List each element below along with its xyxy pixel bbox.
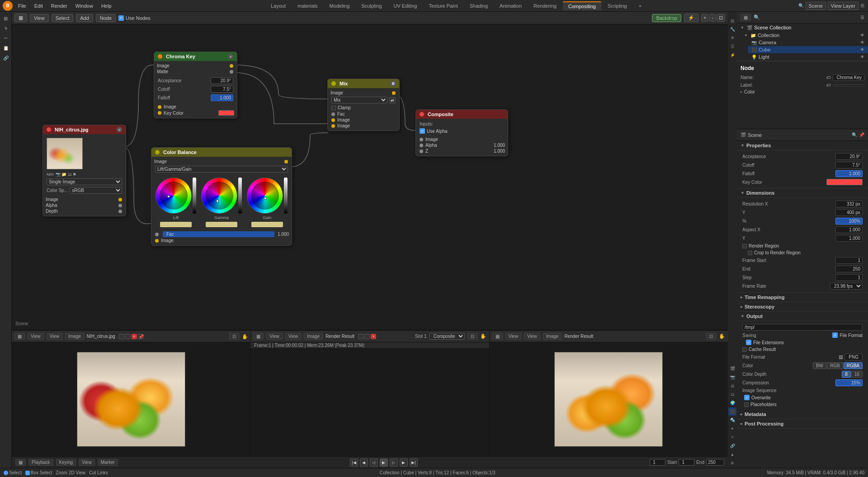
node-color-toggle[interactable]: ▸ Color: [741, 89, 755, 94]
collection-expand[interactable]: ▼: [744, 33, 748, 37]
output-path-input[interactable]: [742, 324, 863, 331]
dim-framerate-select[interactable]: 23.98 fps: [830, 283, 863, 290]
rv-view2[interactable]: View: [524, 333, 540, 340]
mix-image-out-socket[interactable]: [392, 91, 396, 95]
sidebar-icon-1[interactable]: ▦: [1, 14, 10, 23]
props-icon-object[interactable]: ⬛: [728, 407, 736, 416]
cb-image-out-socket[interactable]: [284, 160, 288, 164]
nih-header[interactable]: NIH_citrus.jpg ×: [43, 125, 126, 134]
rv-hand-icon[interactable]: ✋: [719, 333, 725, 339]
lift-value-bar[interactable]: [160, 222, 192, 227]
nih-close[interactable]: ×: [117, 127, 122, 132]
props-icon-item[interactable]: ▤: [728, 17, 736, 25]
rv-view[interactable]: View: [505, 333, 522, 340]
props-icon-tool[interactable]: 🔧: [728, 25, 736, 33]
cb-correction-select[interactable]: Lift/Gamma/Gain: [155, 166, 288, 173]
gain-color-wheel[interactable]: [247, 178, 283, 214]
composite-header[interactable]: Composite: [416, 110, 508, 119]
cube-vis[interactable]: 👁: [860, 47, 864, 52]
tab-compositing[interactable]: Compositing: [563, 1, 601, 10]
props-icon-particles[interactable]: ✦: [728, 425, 736, 433]
color-bw-btn[interactable]: BW: [813, 362, 826, 369]
menu-render[interactable]: Render: [47, 2, 71, 9]
light-vis[interactable]: 👁: [860, 55, 864, 59]
lv-image[interactable]: Image: [65, 333, 84, 340]
menu-help[interactable]: Help: [98, 2, 115, 9]
tl-start-input[interactable]: [679, 459, 694, 466]
color-rgba-btn[interactable]: RGBA: [844, 362, 863, 369]
lv-pin-icon[interactable]: 📌: [138, 334, 143, 339]
depth-8-btn[interactable]: 8: [842, 371, 851, 378]
mix-img2-socket[interactable]: [331, 124, 335, 128]
nih-alpha-socket[interactable]: [118, 204, 122, 207]
chroma-key-keycolor-socket[interactable]: [158, 111, 161, 115]
props-icon-modifier[interactable]: 🔩: [728, 416, 736, 424]
add-btn[interactable]: Add: [76, 14, 93, 22]
select-btn[interactable]: Select: [52, 14, 74, 22]
camera-vis[interactable]: 👁: [860, 40, 864, 45]
camera-item[interactable]: 📷 Camera 👁: [748, 39, 868, 46]
props-icon-output[interactable]: 🖨: [728, 382, 736, 390]
cv-hand-icon[interactable]: ✋: [480, 333, 486, 339]
tl-playback[interactable]: Playback: [28, 459, 53, 466]
menu-window[interactable]: Window: [72, 2, 97, 9]
mix-clamp-checkbox[interactable]: [331, 106, 336, 110]
time-remapping-toggle[interactable]: ▸ Time Remapping: [737, 293, 868, 302]
lift-handle[interactable]: [167, 195, 170, 198]
mix-settings[interactable]: ⚙: [390, 81, 396, 86]
tab-sculpting[interactable]: Sculpting: [356, 2, 387, 10]
render-region-cb[interactable]: [742, 244, 747, 248]
light-item[interactable]: 💡 Light 👁: [748, 53, 868, 61]
menu-file[interactable]: File: [14, 2, 30, 9]
crop-cb[interactable]: [748, 251, 752, 255]
cutoff-value[interactable]: 7.5°: [211, 86, 233, 93]
props-icon-constraints[interactable]: 🔗: [728, 442, 736, 450]
tl-skip-start[interactable]: |◀: [350, 458, 358, 467]
output-toggle[interactable]: ▼ Output: [737, 312, 868, 321]
nih-single-image-select[interactable]: Single Image: [47, 178, 122, 185]
node-zoom-out[interactable]: -: [709, 14, 716, 22]
lift-slider[interactable]: [193, 178, 196, 214]
tab-animation[interactable]: Animation: [494, 2, 527, 10]
file-ext-inner-cb[interactable]: ✓: [746, 340, 751, 345]
tab-modeling[interactable]: Modeling: [324, 2, 355, 10]
dim-start-val[interactable]: 1: [835, 257, 863, 264]
prop-acceptance-val[interactable]: 20.9°: [835, 153, 863, 160]
dim-pct-val[interactable]: 100%: [835, 218, 863, 224]
view-layer-selector[interactable]: View Layer: [828, 2, 859, 10]
dim-aspx-val[interactable]: 1.000: [835, 226, 863, 233]
mix-img1-socket[interactable]: [331, 118, 335, 122]
mix-swap-icon[interactable]: ⇄: [389, 97, 396, 103]
node-name-value[interactable]: Chroma Key: [833, 74, 864, 81]
crop-toggle[interactable]: Crop to Render Region: [742, 250, 801, 255]
tab-layout[interactable]: Layout: [265, 2, 291, 10]
performance-btn[interactable]: ⚡: [684, 14, 698, 22]
lv-hand-icon[interactable]: ✋: [242, 334, 247, 339]
props-icon-view[interactable]: 👁: [728, 34, 736, 42]
rv-image[interactable]: Image: [543, 333, 562, 340]
composite-alpha-in-socket[interactable]: [420, 144, 423, 147]
cache-result-toggle[interactable]: Cache Result: [742, 347, 776, 352]
composite-alpha-checkbox[interactable]: ✓: [420, 128, 425, 134]
cv-view[interactable]: View: [266, 333, 283, 340]
tab-shading[interactable]: Shading: [464, 2, 493, 10]
collection-vis[interactable]: 👁: [860, 33, 864, 37]
tl-next-frame[interactable]: ▶: [400, 458, 408, 467]
props-icon-node-wrangler[interactable]: ⚡: [728, 51, 736, 59]
color-rgb-btn[interactable]: RGB: [827, 362, 843, 369]
overwrite-toggle[interactable]: ✓ Overwrite: [744, 395, 771, 400]
sidebar-icon-3[interactable]: ✂: [1, 33, 10, 42]
acceptance-value[interactable]: 20.9°: [211, 77, 233, 84]
menu-edit[interactable]: Edit: [31, 2, 47, 9]
props-search-icon[interactable]: 🔍: [852, 132, 857, 137]
composite-z-in-socket[interactable]: [420, 150, 423, 153]
post-processing-toggle[interactable]: ▸ Post Processing: [737, 419, 868, 429]
props-icon-options[interactable]: ☰: [728, 42, 736, 51]
view-btn[interactable]: View: [30, 14, 49, 22]
outliner-filter-btn[interactable]: ☰: [860, 15, 864, 20]
cv-icon1[interactable]: [358, 334, 363, 339]
props-icon-world[interactable]: 🌍: [728, 399, 736, 407]
scene-selector[interactable]: Scene: [806, 2, 826, 10]
lv-zoom-fit[interactable]: ⊡: [229, 333, 239, 340]
lv-close-icon[interactable]: ×: [132, 334, 137, 339]
